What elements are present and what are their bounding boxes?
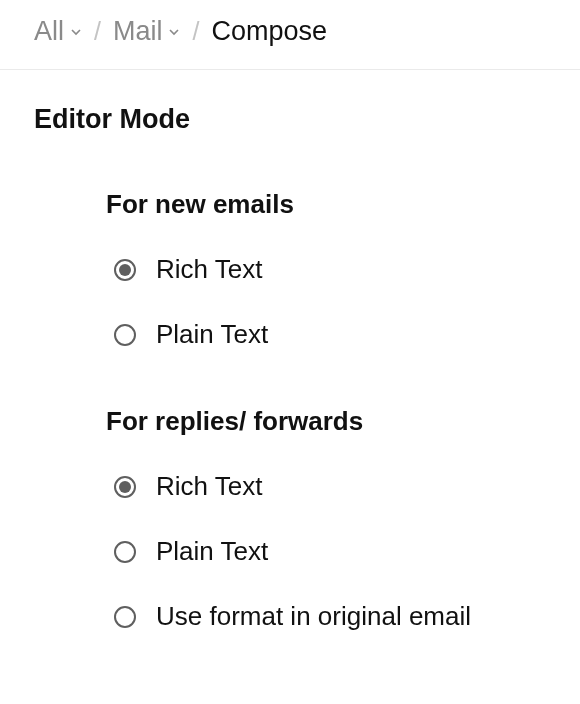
content: Editor Mode For new emails Rich Text Pla… <box>0 70 580 632</box>
radio-icon <box>114 476 136 498</box>
chevron-down-icon <box>70 26 82 38</box>
radio-icon <box>114 606 136 628</box>
breadcrumb-label: Mail <box>113 16 163 47</box>
radio-label: Rich Text <box>156 471 262 502</box>
subsection-title: For new emails <box>106 189 546 220</box>
radio-option-rich-text-new[interactable]: Rich Text <box>106 254 546 285</box>
radio-option-plain-text-reply[interactable]: Plain Text <box>106 536 546 567</box>
breadcrumb-separator: / <box>192 17 199 46</box>
subsection-title: For replies/ forwards <box>106 406 546 437</box>
radio-option-plain-text-new[interactable]: Plain Text <box>106 319 546 350</box>
breadcrumb: All / Mail / Compose <box>0 0 580 70</box>
breadcrumb-label: Compose <box>211 16 327 47</box>
radio-label: Plain Text <box>156 536 268 567</box>
radio-label: Use format in original email <box>156 601 471 632</box>
chevron-down-icon <box>168 26 180 38</box>
radio-icon <box>114 324 136 346</box>
breadcrumb-label: All <box>34 16 64 47</box>
radio-icon <box>114 259 136 281</box>
radio-icon <box>114 541 136 563</box>
subsection-new-emails: For new emails Rich Text Plain Text <box>106 189 546 350</box>
radio-option-rich-text-reply[interactable]: Rich Text <box>106 471 546 502</box>
radio-label: Plain Text <box>156 319 268 350</box>
radio-label: Rich Text <box>156 254 262 285</box>
subsection-replies-forwards: For replies/ forwards Rich Text Plain Te… <box>106 406 546 632</box>
radio-option-original-format[interactable]: Use format in original email <box>106 601 546 632</box>
section-title: Editor Mode <box>34 104 546 135</box>
breadcrumb-item-all[interactable]: All <box>34 16 82 47</box>
breadcrumb-item-compose: Compose <box>211 16 327 47</box>
breadcrumb-separator: / <box>94 17 101 46</box>
breadcrumb-item-mail[interactable]: Mail <box>113 16 181 47</box>
